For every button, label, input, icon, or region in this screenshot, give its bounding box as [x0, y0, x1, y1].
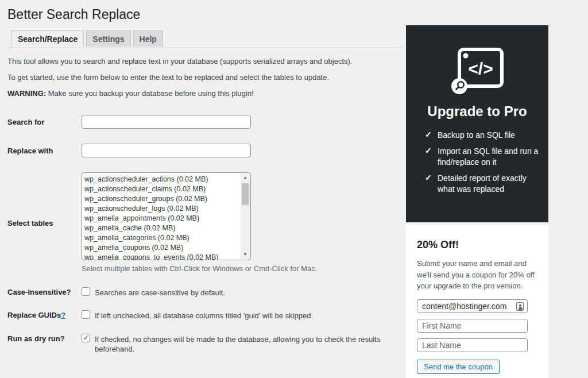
tab-search-replace[interactable]: Search/Replace: [11, 30, 84, 47]
scroll-down-icon[interactable]: ▼: [241, 250, 250, 259]
code-window-magnifier-icon: </>: [450, 47, 505, 95]
check-icon: ✓: [425, 146, 438, 168]
select-tables-hint: Select multiple tables with Ctrl-Click f…: [82, 264, 317, 274]
table-option[interactable]: wp_actionscheduler_groups (0.02 MB): [84, 194, 241, 204]
warning-label: WARNING:: [7, 89, 46, 98]
case-insensitive-checkbox[interactable]: [82, 287, 90, 296]
replace-guids-help-link[interactable]: ?: [61, 311, 65, 319]
tables-options: wp_actionscheduler_actions (0.02 MB) wp_…: [82, 173, 241, 260]
search-for-label: Search for: [7, 115, 82, 129]
svg-text:</>: </>: [468, 59, 493, 78]
send-coupon-button[interactable]: Send me the coupon: [417, 360, 500, 374]
promo-features: ✓ Backup to an SQL file ✓ Import an SQL …: [425, 130, 548, 194]
replace-guids-label: Replace GUIDs?: [7, 310, 82, 321]
replace-guids-description: If left unchecked, all database columns …: [95, 310, 313, 321]
upgrade-promo-box: </> Upgrade to Pro ✓ Backup to an SQL fi…: [406, 25, 548, 222]
table-option[interactable]: wp_amelia_coupons (0.02 MB): [84, 243, 241, 253]
first-name-field[interactable]: [417, 319, 528, 333]
tables-listbox[interactable]: wp_actionscheduler_actions (0.02 MB) wp_…: [82, 172, 251, 260]
scrollbar-thumb[interactable]: [242, 183, 249, 205]
search-replace-form: Search for Replace with Select tables wp…: [7, 115, 404, 378]
page-title: Better Search Replace: [7, 0, 404, 25]
scroll-up-icon[interactable]: ▲: [241, 173, 250, 183]
replace-with-label: Replace with: [7, 144, 82, 157]
dry-run-description: If checked, no changes will be made to t…: [95, 334, 404, 354]
intro-line-2: To get started, use the form below to en…: [7, 72, 404, 83]
promo-feature: ✓ Detailed report of exactly what was re…: [425, 173, 548, 195]
replace-with-row: Replace with: [7, 144, 404, 157]
search-for-row: Search for: [7, 115, 404, 129]
case-insensitive-label: Case-Insensitive?: [7, 287, 82, 298]
tab-help[interactable]: Help: [133, 30, 163, 47]
email-field[interactable]: [417, 299, 528, 313]
case-insensitive-row: Case-Insensitive? Searches are case-sens…: [7, 287, 404, 298]
table-option[interactable]: wp_amelia_categories (0.02 MB): [84, 233, 241, 243]
select-tables-row: Select tables wp_actionscheduler_actions…: [7, 172, 404, 274]
warning-text: Make sure you backup your database befor…: [46, 89, 253, 98]
last-name-field[interactable]: [417, 338, 528, 352]
promo-feature: ✓ Import an SQL file and run a find/repl…: [425, 146, 548, 168]
listbox-scrollbar[interactable]: ▲ ▼: [241, 173, 250, 259]
tab-settings[interactable]: Settings: [86, 30, 130, 47]
table-option[interactable]: wp_amelia_cache (0.02 MB): [84, 223, 241, 233]
dry-run-label: Run as dry run?: [7, 334, 82, 354]
replace-guids-row: Replace GUIDs? If left unchecked, all da…: [7, 310, 404, 321]
dry-run-row: Run as dry run? ✓ If checked, no changes…: [7, 334, 404, 354]
select-tables-label: Select tables: [7, 219, 82, 229]
replace-with-input[interactable]: [82, 144, 251, 157]
table-option[interactable]: wp_amelia_appointments (0.02 MB): [84, 214, 241, 223]
replace-guids-checkbox[interactable]: [82, 310, 90, 319]
check-icon: ✓: [425, 173, 438, 195]
table-option[interactable]: wp_actionscheduler_logs (0.02 MB): [84, 204, 241, 214]
sidebar: </> Upgrade to Pro ✓ Backup to an SQL fi…: [406, 25, 548, 378]
table-option[interactable]: wp_actionscheduler_actions (0.02 MB): [84, 175, 241, 184]
check-icon: ✓: [425, 130, 438, 141]
search-for-input[interactable]: [82, 115, 251, 129]
promo-title: Upgrade to Pro: [406, 103, 548, 119]
case-insensitive-description: Searches are case-sensitive by default.: [95, 287, 225, 298]
coupon-signup-box: 20% Off! Submit your name and email and …: [406, 225, 548, 378]
tab-bar: Search/ReplaceSettingsHelp: [7, 30, 404, 48]
table-option[interactable]: wp_amelia_coupons_to_events (0.02 MB): [84, 253, 241, 260]
dry-run-checkbox[interactable]: ✓: [82, 334, 90, 342]
promo-feature: ✓ Backup to an SQL file: [425, 130, 548, 141]
contact-autofill-icon[interactable]: [516, 302, 524, 311]
intro-text: This tool allows you to search and repla…: [7, 56, 404, 99]
table-option[interactable]: wp_actionscheduler_claims (0.02 MB): [84, 184, 241, 194]
main-content: Better Search Replace Search/ReplaceSett…: [7, 0, 404, 378]
intro-warning: WARNING: Make sure you backup your datab…: [7, 88, 404, 99]
coupon-title: 20% Off!: [417, 239, 537, 251]
intro-line-1: This tool allows you to search and repla…: [7, 56, 404, 67]
coupon-description: Submit your name and email and we'll sen…: [417, 258, 537, 292]
